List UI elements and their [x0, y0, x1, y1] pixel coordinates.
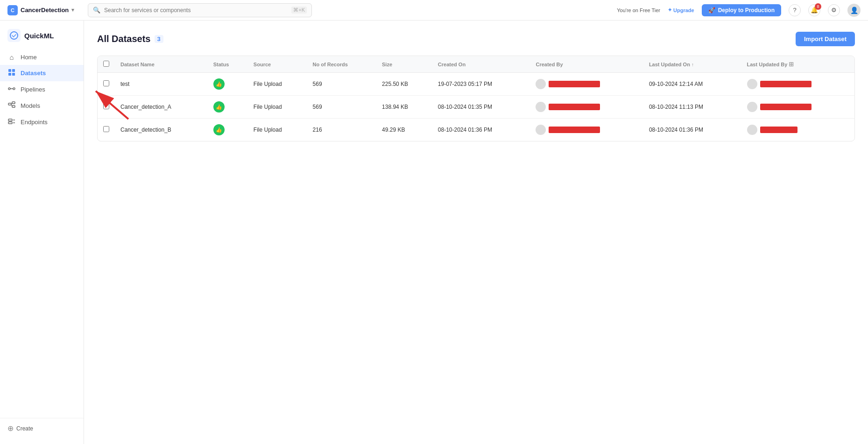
endpoints-icon	[7, 118, 16, 127]
search-shortcut: ⌘+K	[291, 7, 307, 14]
select-all-header	[98, 56, 115, 73]
row2-checkbox[interactable]	[103, 103, 109, 109]
svg-rect-1	[8, 69, 11, 72]
row3-checkbox-cell	[98, 119, 115, 141]
sidebar-item-models[interactable]: Models	[0, 98, 84, 114]
col-dataset-name: Dataset Name	[115, 56, 208, 73]
sort-arrow-up: ↑	[692, 62, 694, 67]
table-row[interactable]: Cancer_detection_B File Upload 216 49.2	[98, 119, 854, 141]
row1-created-by	[530, 73, 643, 96]
layout: QuickML ⌂ Home Datasets	[0, 21, 868, 444]
row2-source: File Upload	[248, 96, 307, 119]
sidebar-item-pipelines-label: Pipelines	[21, 86, 45, 93]
row3-last-updated-by	[741, 119, 854, 141]
row2-name: Cancer_detection_A	[115, 96, 208, 119]
sidebar: QuickML ⌂ Home Datasets	[0, 21, 84, 444]
deploy-button[interactable]: 🚀 Deploy to Production	[702, 4, 781, 16]
datasets-icon	[7, 69, 16, 78]
col-last-updated-on[interactable]: Last Updated On ↑	[643, 56, 741, 73]
sidebar-logo-label: QuickML	[24, 32, 54, 40]
row1-source: File Upload	[248, 73, 307, 96]
dataset-count-badge: 3	[155, 35, 163, 43]
sidebar-nav: ⌂ Home Datasets	[0, 49, 84, 418]
row1-last-updated-on: 09-10-2024 12:14 AM	[643, 73, 741, 96]
row1-name: test	[115, 73, 208, 96]
create-icon: ⊕	[7, 424, 14, 433]
filter-icon[interactable]: ⊞	[789, 61, 794, 68]
notification-badge: 8	[815, 3, 821, 10]
row2-last-updated-by	[741, 96, 854, 119]
search-input[interactable]	[104, 7, 288, 14]
col-last-updated-by: Last Updated By ⊞	[741, 56, 854, 73]
row3-records: 216	[307, 119, 376, 141]
svg-point-6	[13, 88, 15, 90]
brand-name: CancerDetection	[21, 7, 69, 14]
table-row[interactable]: test File Upload 569 225.50 KB	[98, 73, 854, 96]
row3-size: 49.29 KB	[376, 119, 432, 141]
pipelines-icon	[7, 85, 16, 94]
row2-status	[208, 96, 248, 119]
create-label: Create	[16, 425, 33, 432]
row3-checkbox[interactable]	[103, 126, 109, 132]
col-status: Status	[208, 56, 248, 73]
row2-created-by-avatar	[536, 102, 546, 112]
free-tier-label: You're on Free Tier	[617, 7, 660, 13]
row1-checkbox[interactable]	[103, 80, 109, 86]
sidebar-bottom: ⊕ Create	[0, 418, 84, 438]
row3-status	[208, 119, 248, 141]
search-bar[interactable]: 🔍 ⌘+K	[88, 3, 312, 17]
select-all-checkbox[interactable]	[103, 61, 109, 67]
models-icon	[7, 101, 16, 110]
sidebar-item-endpoints[interactable]: Endpoints	[0, 114, 84, 130]
row1-size: 225.50 KB	[376, 73, 432, 96]
page-title: All Datasets	[97, 34, 151, 44]
row2-last-updated-on: 08-10-2024 11:13 PM	[643, 96, 741, 119]
col-created-by: Created By	[530, 56, 643, 73]
svg-rect-10	[12, 106, 15, 107]
user-avatar[interactable]: 👤	[847, 4, 861, 17]
row1-created-by-redacted	[549, 81, 600, 87]
row2-created-by	[530, 96, 643, 119]
row2-size: 138.94 KB	[376, 96, 432, 119]
upgrade-button[interactable]: ✦ Upgrade	[668, 7, 694, 13]
page-title-row: All Datasets 3	[97, 34, 163, 44]
sidebar-item-endpoints-label: Endpoints	[21, 119, 48, 126]
row1-checkbox-cell	[98, 73, 115, 96]
col-created-on: Created On	[432, 56, 530, 73]
row3-last-updated-on: 08-10-2024 01:36 PM	[643, 119, 741, 141]
import-dataset-button[interactable]: Import Dataset	[796, 32, 855, 46]
sidebar-item-pipelines[interactable]: Pipelines	[0, 81, 84, 98]
row2-updated-by-avatar	[747, 102, 757, 112]
sidebar-logo: QuickML	[0, 26, 84, 49]
row2-created-by-redacted	[549, 104, 600, 110]
svg-rect-2	[12, 69, 15, 72]
row2-created-on: 08-10-2024 01:35 PM	[432, 96, 530, 119]
avatar-placeholder: 👤	[850, 7, 858, 14]
svg-rect-4	[12, 73, 15, 76]
svg-point-5	[8, 88, 10, 90]
svg-rect-9	[12, 102, 15, 104]
sidebar-item-datasets[interactable]: Datasets	[0, 65, 84, 81]
row3-updated-by-redacted	[760, 127, 797, 133]
col-size: Size	[376, 56, 432, 73]
sidebar-logo-icon	[7, 29, 21, 42]
brand[interactable]: C CancerDetection ▾	[7, 5, 82, 15]
row1-created-by-avatar	[536, 79, 546, 89]
datasets-table-container: Dataset Name Status Source No of Records	[97, 56, 855, 141]
table-row[interactable]: Cancer_detection_A File Upload 569 138.	[98, 96, 854, 119]
row1-status	[208, 73, 248, 96]
row3-name: Cancer_detection_B	[115, 119, 208, 141]
svg-rect-13	[8, 119, 12, 121]
row1-last-updated-by	[741, 73, 854, 96]
settings-button[interactable]: ⚙	[828, 4, 840, 16]
row1-updated-by-avatar	[747, 79, 757, 89]
sidebar-item-home[interactable]: ⌂ Home	[0, 49, 84, 65]
create-button[interactable]: ⊕ Create	[7, 424, 76, 433]
notifications-button[interactable]: 🔔 8	[808, 4, 820, 16]
sidebar-item-datasets-label: Datasets	[21, 70, 46, 77]
help-button[interactable]: ?	[789, 4, 801, 16]
table-header: Dataset Name Status Source No of Records	[98, 56, 854, 73]
svg-rect-3	[8, 73, 11, 76]
row3-created-by	[530, 119, 643, 141]
brand-dropdown-icon[interactable]: ▾	[71, 7, 74, 13]
